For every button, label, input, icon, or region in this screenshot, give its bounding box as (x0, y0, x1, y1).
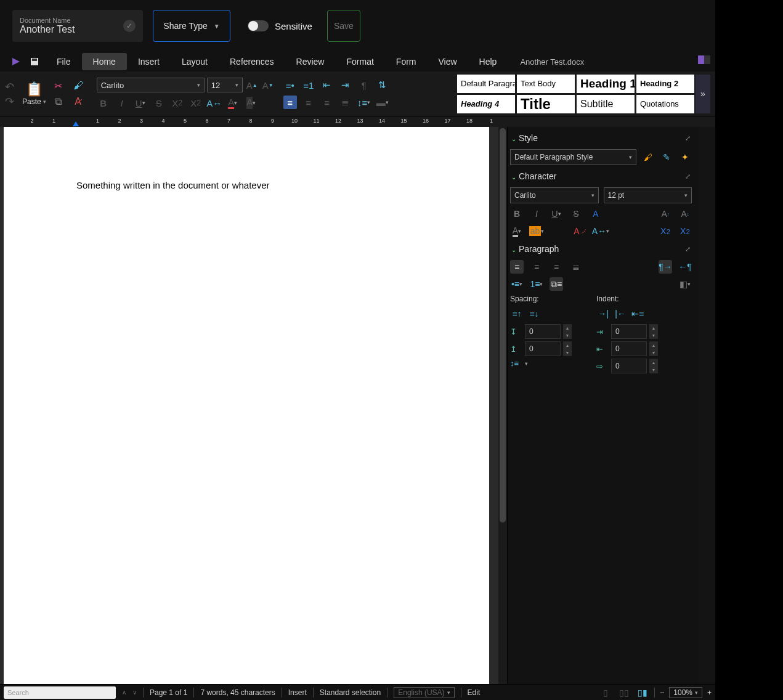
superscript-icon[interactable]: X2 (189, 96, 203, 110)
style-title[interactable]: Title (517, 95, 575, 113)
style-heading-2[interactable]: Heading 2 (636, 75, 694, 93)
increase-indent-icon[interactable]: →| (596, 307, 610, 320)
bold-icon[interactable]: B (97, 96, 110, 110)
font-size-select[interactable]: 12▾ (207, 78, 243, 92)
character-section-header[interactable]: ⌄ Character ⤢ (510, 169, 692, 184)
indent-icon[interactable]: ⇥ (339, 78, 352, 92)
shadow-icon[interactable]: A (589, 207, 602, 221)
space-before-inc-icon[interactable]: ≡↑ (510, 307, 524, 320)
outdent-icon[interactable]: ⇤ (320, 78, 334, 92)
confirm-icon[interactable]: ✓ (123, 20, 136, 32)
find-prev-icon[interactable]: ∧ (122, 689, 126, 696)
style-default-paragraph-style[interactable]: Default Paragraph Style (457, 75, 515, 93)
align-left-icon[interactable]: ≡ (510, 260, 524, 274)
align-left-icon[interactable]: ≡ (283, 96, 297, 109)
redo-icon[interactable]: ↷ (5, 95, 17, 107)
space-before-dec-icon[interactable]: ≡↓ (527, 307, 541, 320)
book-view-icon[interactable]: ▯▮ (636, 686, 649, 699)
document-area[interactable]: Something written in the document or wha… (0, 127, 498, 684)
insert-mode[interactable]: Insert (288, 688, 307, 697)
clear-format-icon[interactable]: A⟋ (72, 96, 84, 107)
page-status[interactable]: Page 1 of 1 (150, 688, 187, 697)
spinner-buttons[interactable]: ▲▼ (649, 324, 658, 339)
single-page-icon[interactable]: ▯ (599, 686, 612, 699)
spinner-buttons[interactable]: ▲▼ (649, 359, 658, 373)
bold-icon[interactable]: B (510, 207, 524, 221)
strikethrough-icon[interactable]: S (152, 96, 166, 110)
spinner-buttons[interactable]: ▲▼ (649, 341, 658, 356)
spinner-buttons[interactable]: ▲▼ (563, 341, 572, 356)
align-center-icon[interactable]: ≡ (530, 260, 543, 274)
save-button[interactable]: Save (327, 10, 360, 42)
grow-font-icon[interactable]: A↑ (659, 207, 672, 221)
sort-icon[interactable]: ⇅ (376, 78, 389, 92)
update-style-icon[interactable]: 🖌 (641, 150, 655, 164)
zoom-in-icon[interactable]: + (707, 688, 712, 697)
sensitive-toggle[interactable] (248, 20, 269, 31)
style-quotations[interactable]: Quotations (636, 95, 694, 113)
panel-toggle-icon[interactable] (698, 55, 710, 68)
italic-icon[interactable]: I (115, 96, 129, 110)
font-color-icon[interactable]: A▾ (510, 224, 524, 238)
zoom-out-icon[interactable]: − (660, 688, 664, 697)
superscript-icon[interactable]: X2 (659, 224, 672, 238)
highlight-icon[interactable]: A▾ (245, 96, 258, 110)
char-font-select[interactable]: Carlito▾ (510, 187, 599, 203)
first-line-indent-input[interactable]: 0 (611, 359, 647, 373)
space-above-input[interactable]: 0 (525, 324, 561, 339)
cut-icon[interactable]: ✂ (52, 80, 65, 91)
char-size-select[interactable]: 12 pt▾ (604, 187, 692, 203)
line-spacing-icon[interactable]: ↕≡ (510, 359, 522, 368)
menu-view[interactable]: View (428, 53, 468, 70)
shrink-font-icon[interactable]: A↓ (678, 207, 692, 221)
save-icon[interactable] (30, 57, 39, 67)
menu-format[interactable]: Format (335, 53, 384, 70)
edit-style-icon[interactable]: ✎ (660, 150, 673, 164)
selection-mode[interactable]: Standard selection (320, 688, 381, 697)
document-text[interactable]: Something written in the document or wha… (76, 180, 270, 190)
menu-form[interactable]: Form (385, 53, 428, 70)
popout-icon[interactable]: ⤢ (685, 173, 691, 181)
para-color-icon[interactable]: ▬▾ (376, 96, 389, 109)
bullet-list-icon[interactable]: ≡• (283, 78, 297, 92)
share-type-dropdown[interactable]: Share Type ▼ (153, 10, 230, 42)
zoom-select[interactable]: 100%▾ (669, 687, 702, 698)
search-input[interactable]: Search (4, 686, 116, 699)
edit-mode[interactable]: Edit (468, 688, 481, 697)
sidebar-tab-strip[interactable] (698, 127, 715, 684)
char-spacing-icon[interactable]: A↔▾ (594, 224, 607, 238)
style-heading-4[interactable]: Heading 4 (457, 95, 515, 113)
spinner-buttons[interactable]: ▲▼ (563, 324, 572, 339)
highlight-icon[interactable]: ab▾ (530, 224, 543, 238)
subscript-icon[interactable]: X2 (171, 96, 184, 110)
number-list-icon[interactable]: ≡1 (302, 78, 315, 92)
underline-icon[interactable]: U▾ (134, 96, 147, 110)
clone-format-icon[interactable]: 🖌 (72, 80, 84, 91)
find-next-icon[interactable]: ∨ (132, 689, 137, 696)
vertical-scrollbar[interactable] (498, 127, 507, 684)
rtl-icon[interactable]: ←¶ (678, 260, 692, 274)
paste-button[interactable]: 📋 Paste▾ (22, 81, 46, 106)
style-heading-1[interactable]: Heading 1 (577, 75, 635, 93)
multi-page-icon[interactable]: ▯▯ (617, 686, 631, 699)
style-subtitle[interactable]: Subtitle (577, 95, 635, 113)
bullet-list-icon[interactable]: •≡▾ (510, 277, 524, 291)
style-text-body[interactable]: Text Body (517, 75, 575, 93)
underline-icon[interactable]: U▾ (550, 207, 563, 221)
copy-icon[interactable]: ⧉ (52, 96, 65, 107)
line-spacing-icon[interactable]: ↕≡▾ (357, 96, 371, 109)
document-page[interactable]: Something written in the document or wha… (4, 127, 489, 684)
menu-insert[interactable]: Insert (127, 53, 171, 70)
clear-format-icon[interactable]: A⟋ (574, 224, 588, 238)
outline-icon[interactable]: ⧉≡ (550, 277, 563, 291)
paragraph-mark-icon[interactable]: ¶ (357, 78, 371, 92)
undo-icon[interactable]: ↶ (5, 80, 17, 92)
font-name-select[interactable]: Carlito▾ (97, 78, 205, 92)
number-list-icon[interactable]: 1≡▾ (530, 277, 543, 291)
menu-file[interactable]: File (46, 53, 82, 70)
paragraph-style-select[interactable]: Default Paragraph Style▾ (510, 149, 636, 165)
word-count[interactable]: 7 words, 45 characters (200, 688, 275, 697)
indent-left-input[interactable]: 0 (611, 324, 647, 339)
align-right-icon[interactable]: ≡ (320, 96, 334, 109)
indent-marker-icon[interactable] (73, 121, 79, 126)
